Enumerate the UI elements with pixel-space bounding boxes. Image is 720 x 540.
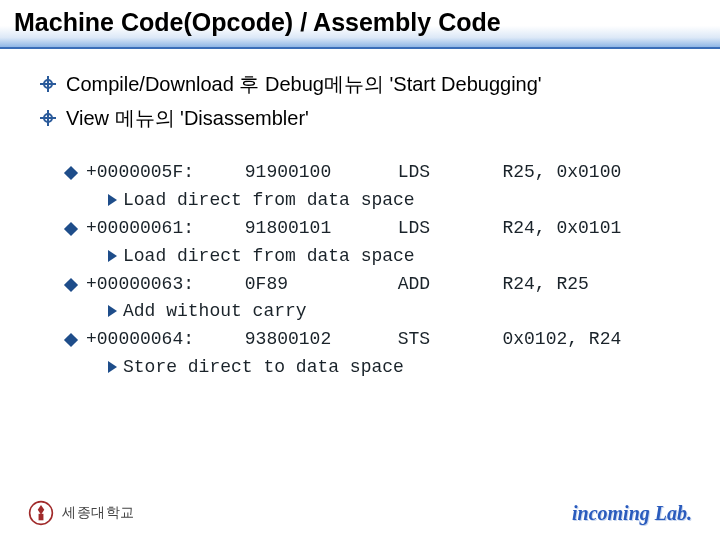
disasm-line: +0000005F: 91900100 LDS R25, 0x0100	[66, 159, 680, 187]
disasm-operands: R24, 0x0101	[502, 215, 621, 243]
lab-label: incoming Lab.	[572, 502, 692, 525]
disasm-address: +00000064:	[86, 326, 234, 354]
disasm-opcode: 91800101	[245, 215, 387, 243]
disasm-line: +00000064: 93800102 STS 0x0102, R24	[66, 326, 680, 354]
crosshair-icon	[40, 76, 56, 92]
disasm-operands: R24, R25	[502, 271, 588, 299]
disasm-address: +0000005F:	[86, 159, 234, 187]
disasm-mnemonic: ADD	[398, 271, 492, 299]
diamond-icon	[64, 222, 78, 236]
disasm-opcode: 91900100	[245, 159, 387, 187]
disasm-line: +00000061: 91800101 LDS R24, 0x0101	[66, 215, 680, 243]
chevron-right-icon	[108, 250, 117, 262]
university-name: 세종대학교	[62, 504, 135, 522]
disasm-operands: 0x0102, R24	[502, 326, 621, 354]
disasm-mnemonic: LDS	[398, 215, 492, 243]
disasm-desc-row: Store direct to data space	[106, 354, 680, 382]
crosshair-icon	[40, 110, 56, 126]
disasm-address: +00000063:	[86, 271, 234, 299]
disasm-description: Store direct to data space	[123, 357, 404, 377]
disasm-description: Add without carry	[123, 301, 307, 321]
diamond-icon	[64, 277, 78, 291]
disasm-mnemonic: LDS	[398, 159, 492, 187]
chevron-right-icon	[108, 361, 117, 373]
diamond-icon	[64, 166, 78, 180]
disasm-desc-row: Load direct from data space	[106, 187, 680, 215]
disasm-mnemonic: STS	[398, 326, 492, 354]
disassembly-block: +0000005F: 91900100 LDS R25, 0x0100 Load…	[66, 159, 680, 382]
disasm-opcode: 0F89	[245, 271, 387, 299]
disasm-line: +00000063: 0F89 ADD R24, R25	[66, 271, 680, 299]
crest-icon	[28, 500, 54, 526]
disasm-desc-row: Add without carry	[106, 298, 680, 326]
bullet-list: Compile/Download 후 Debug메뉴의 'Start Debug…	[40, 69, 680, 133]
bullet-text: Compile/Download 후 Debug메뉴의 'Start Debug…	[66, 69, 542, 99]
disasm-description: Load direct from data space	[123, 190, 415, 210]
disasm-description: Load direct from data space	[123, 246, 415, 266]
list-item: View 메뉴의 'Disassembler'	[40, 103, 680, 133]
disasm-desc-row: Load direct from data space	[106, 243, 680, 271]
slide-footer: 세종대학교 incoming Lab.	[0, 500, 720, 526]
chevron-right-icon	[108, 305, 117, 317]
list-item: Compile/Download 후 Debug메뉴의 'Start Debug…	[40, 69, 680, 99]
slide-title: Machine Code(Opcode) / Assembly Code	[0, 0, 720, 49]
disasm-operands: R25, 0x0100	[502, 159, 621, 187]
diamond-icon	[64, 333, 78, 347]
svg-rect-1	[39, 514, 44, 521]
slide-content: Compile/Download 후 Debug메뉴의 'Start Debug…	[0, 49, 720, 540]
chevron-right-icon	[108, 194, 117, 206]
university-logo: 세종대학교	[28, 500, 135, 526]
disasm-address: +00000061:	[86, 215, 234, 243]
disasm-opcode: 93800102	[245, 326, 387, 354]
bullet-text: View 메뉴의 'Disassembler'	[66, 103, 309, 133]
